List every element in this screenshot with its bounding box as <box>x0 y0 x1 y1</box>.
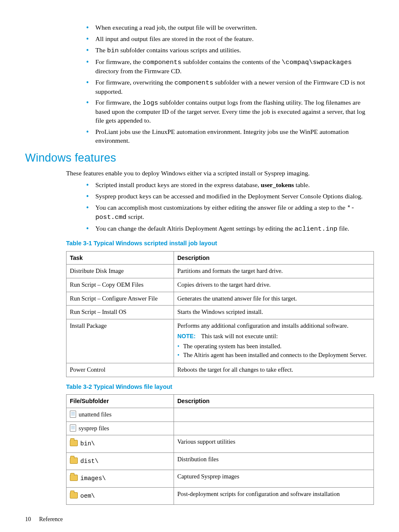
text-segment: components <box>143 59 182 66</box>
desc-cell: Various support utilities <box>174 435 374 453</box>
section-intro-paragraph: These features enable you to deploy Wind… <box>66 169 374 178</box>
desc-cell <box>174 421 374 435</box>
text-segment: user_tokens <box>261 181 294 188</box>
file-name: images\ <box>80 475 106 482</box>
task-cell: Install Package <box>66 319 174 363</box>
text-segment: script. <box>126 213 144 220</box>
text-segment: bin <box>107 47 119 54</box>
file-name: dist\ <box>80 458 99 465</box>
table-row: unattend files <box>66 408 374 422</box>
text-segment: You can accomplish most customizations b… <box>95 204 347 211</box>
table-row: oem\Post-deployment scripts for configur… <box>66 487 374 505</box>
table-row: bin\Various support utilities <box>66 435 374 453</box>
text-segment: \compaq\swpackages <box>282 59 352 66</box>
task-cell: Run Script – Install OS <box>66 306 174 319</box>
desc-cell: Captured Sysprep images <box>174 470 374 488</box>
table-header: Description <box>174 251 374 265</box>
table-header: Description <box>174 395 374 408</box>
table-file-layout: File/Subfolder Description unattend file… <box>66 394 374 505</box>
text-segment: file. <box>338 225 349 232</box>
list-item: For firmware, the logs subfolder contain… <box>80 98 374 125</box>
task-cell: Distribute Disk Image <box>66 265 174 278</box>
footer-section: Reference <box>39 516 63 522</box>
page-footer: 10 Reference <box>25 516 374 524</box>
list-item: ProLiant jobs use the LinuxPE automation… <box>80 128 374 145</box>
desc-text: Performs any additional configuration an… <box>177 322 370 330</box>
list-item: When executing a read job, the output fi… <box>80 23 374 32</box>
table-row: Power Control Reboots the target for all… <box>66 363 374 377</box>
file-icon <box>70 411 76 418</box>
desc-cell: Performs any additional configuration an… <box>174 319 374 363</box>
file-cell: dist\ <box>66 452 174 470</box>
page-content: When executing a read job, the output fi… <box>66 23 374 524</box>
file-name: bin\ <box>80 440 95 447</box>
text-segment: logs <box>143 99 158 107</box>
file-name: sysprep files <box>79 425 109 432</box>
desc-cell: Reboots the target for all changes to ta… <box>174 363 374 377</box>
file-icon <box>70 424 76 432</box>
file-cell: oem\ <box>66 487 174 505</box>
table-row: images\Captured Sysprep images <box>66 470 374 488</box>
list-item: The bin subfolder contains various scrip… <box>80 46 374 55</box>
list-item: All input and output files are stored in… <box>80 35 374 44</box>
list-item: The operating system has been installed. <box>177 342 370 351</box>
text-segment: directory from the Firmware CD. <box>95 67 182 75</box>
table-header-row: Task Description <box>66 251 374 265</box>
desc-cell: Post-deployment scripts for configuratio… <box>174 487 374 505</box>
text-segment: table. <box>294 181 310 188</box>
table-caption: Table 3-2 Typical Windows file layout <box>66 383 374 391</box>
list-item: You can accomplish most customizations b… <box>80 203 374 222</box>
text-segment: subfolder contains various scripts and u… <box>119 46 241 54</box>
table-row: Run Script – Configure Answer FileGenera… <box>66 292 374 306</box>
task-cell: Run Script – Configure Answer File <box>66 292 174 306</box>
text-segment: The <box>95 46 107 54</box>
section-heading: Windows features <box>25 150 374 165</box>
note-text: This task will not execute until: <box>201 333 278 339</box>
list-item: Scripted install product keys are stored… <box>80 181 374 190</box>
file-cell: bin\ <box>66 435 174 453</box>
desc-cell: Copies drivers to the target hard drive. <box>174 278 374 292</box>
folder-icon <box>70 457 78 464</box>
table-header: File/Subfolder <box>66 395 174 408</box>
desc-cell: Starts the Windows scripted install. <box>174 306 374 319</box>
table-row: sysprep files <box>66 421 374 435</box>
table-header: Task <box>66 251 174 265</box>
list-item: Sysprep product keys can be accessed and… <box>80 192 374 201</box>
table-row: Run Script – Copy OEM FilesCopies driver… <box>66 278 374 292</box>
text-segment: components <box>174 79 213 87</box>
text-segment: aclient.inp <box>294 225 337 233</box>
intro-bullet-list: When executing a read job, the output fi… <box>66 23 374 145</box>
file-name: unattend files <box>79 411 112 418</box>
section-bullet-list: Scripted install product keys are stored… <box>66 181 374 234</box>
desc-cell: Generates the unattend answer file for t… <box>174 292 374 306</box>
desc-cell <box>174 408 374 422</box>
table-row: Run Script – Install OSStarts the Window… <box>66 306 374 319</box>
desc-cell: Partitions and formats the target hard d… <box>174 265 374 278</box>
table-row: Install Package Performs any additional … <box>66 319 374 363</box>
task-cell: Power Control <box>66 363 174 377</box>
list-item: You can change the default Altiris Deplo… <box>80 224 374 234</box>
text-segment: subfolder contains the contents of the <box>182 58 282 65</box>
folder-icon <box>70 475 78 481</box>
folder-icon <box>70 492 78 499</box>
table-header-row: File/Subfolder Description <box>66 395 374 408</box>
text-segment: For firmware, the <box>95 99 143 106</box>
text-segment: Scripted install product keys are stored… <box>95 181 261 188</box>
list-item: For firmware, overwriting the components… <box>80 78 374 96</box>
task-cell: Run Script – Copy OEM Files <box>66 278 174 292</box>
folder-icon <box>70 440 78 446</box>
file-cell: images\ <box>66 470 174 488</box>
list-item: For firmware, the components subfolder c… <box>80 58 374 76</box>
text-segment: For firmware, the <box>95 58 143 65</box>
note-label: NOTE: <box>177 333 196 339</box>
text-segment: You can change the default Altiris Deplo… <box>95 225 294 232</box>
table-caption: Table 3-1 Typical Windows scripted insta… <box>66 239 374 248</box>
table-scripted-install: Task Description Distribute Disk ImagePa… <box>66 251 374 377</box>
note-sublist: The operating system has been installed.… <box>177 342 370 360</box>
desc-cell: Distribution files <box>174 452 374 470</box>
page-number: 10 <box>25 516 38 524</box>
table-row: Distribute Disk ImagePartitions and form… <box>66 265 374 278</box>
list-item: The Altiris agent has been installed and… <box>177 351 370 360</box>
table-row: dist\Distribution files <box>66 452 374 470</box>
note-block: NOTE: This task will not execute until: <box>177 332 370 341</box>
